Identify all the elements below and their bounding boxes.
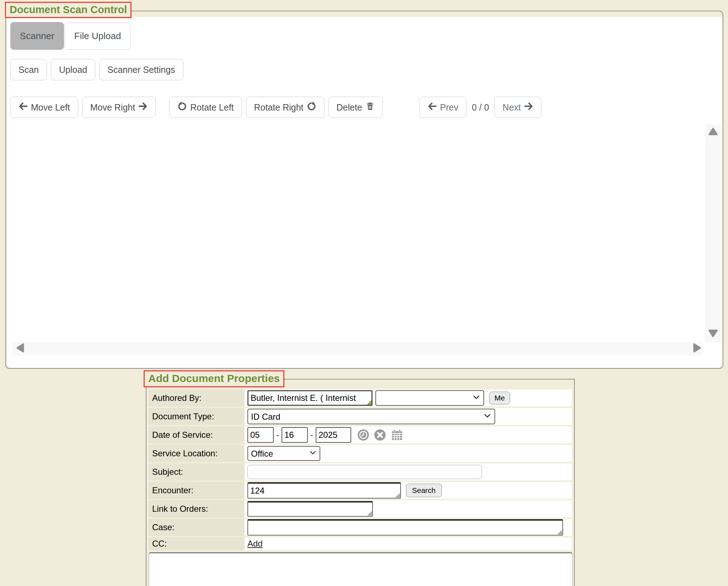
rotate-left-label: Rotate Left xyxy=(190,102,234,113)
subject-field xyxy=(245,463,572,480)
cc-label: CC: xyxy=(149,537,245,550)
tab-scanner[interactable]: Scanner xyxy=(10,22,64,50)
cc-add-link[interactable]: Add xyxy=(247,539,263,549)
scroll-up-icon[interactable] xyxy=(708,127,718,137)
encounter-input[interactable] xyxy=(247,482,401,499)
vertical-scrollbar[interactable] xyxy=(705,124,721,342)
case-row: Case: xyxy=(149,519,572,536)
scan-action-row: Scan Upload Scanner Settings xyxy=(10,59,722,80)
service-location-field: Office xyxy=(245,445,572,462)
scanner-settings-button[interactable]: Scanner Settings xyxy=(99,59,183,80)
service-location-label: Service Location: xyxy=(149,445,245,462)
authored-by-select[interactable] xyxy=(375,390,484,406)
case-input[interactable] xyxy=(247,519,563,536)
service-location-select[interactable]: Office xyxy=(247,446,320,461)
scroll-down-icon[interactable] xyxy=(708,329,718,339)
scan-control-content: Scanner File Upload Scan Upload Scanner … xyxy=(7,17,722,367)
authored-by-label: Authored By: xyxy=(149,389,245,407)
authored-by-input[interactable] xyxy=(247,390,373,406)
subject-row: Subject: xyxy=(149,463,572,480)
rotate-right-button[interactable]: Rotate Right xyxy=(246,97,325,118)
cc-row: CC: Add xyxy=(149,537,572,550)
date-separator: - xyxy=(310,430,313,440)
link-to-orders-label: Link to Orders: xyxy=(149,500,245,517)
trash-icon xyxy=(365,102,375,113)
document-type-select[interactable]: ID Card xyxy=(247,409,495,424)
scroll-left-icon[interactable] xyxy=(16,343,25,354)
tab-file-upload-label: File Upload xyxy=(74,31,121,42)
upload-button-label: Upload xyxy=(59,65,87,75)
authored-by-row: Authored By: Me xyxy=(149,389,572,407)
encounter-row: Encounter: Search xyxy=(149,482,572,499)
link-to-orders-field xyxy=(245,500,572,517)
scan-button-label: Scan xyxy=(18,65,39,75)
rotate-left-button[interactable]: Rotate Left xyxy=(169,97,242,118)
clear-date-x-icon[interactable] xyxy=(373,428,387,442)
prev-button[interactable]: Prev xyxy=(419,97,466,118)
tab-file-upload[interactable]: File Upload xyxy=(65,22,131,50)
tab-scanner-label: Scanner xyxy=(20,31,54,42)
move-right-button[interactable]: Move Right xyxy=(82,97,156,118)
delete-button[interactable]: Delete xyxy=(328,97,383,118)
subject-label: Subject: xyxy=(149,463,245,480)
encounter-field: Search xyxy=(245,482,572,499)
document-scan-control-title: Document Scan Control xyxy=(5,2,132,18)
clock-icon[interactable] xyxy=(357,428,370,442)
date-year-input[interactable] xyxy=(316,427,351,443)
document-type-row: Document Type: ID Card xyxy=(149,408,572,425)
encounter-label: Encounter: xyxy=(149,482,245,499)
document-scan-control-panel: Document Scan Control Scanner File Uploa… xyxy=(5,11,723,369)
notes-textarea[interactable] xyxy=(149,552,573,586)
date-separator: - xyxy=(276,430,279,440)
me-button[interactable]: Me xyxy=(489,392,510,404)
date-of-service-label: Date of Service: xyxy=(149,426,245,443)
prev-label: Prev xyxy=(440,102,458,113)
search-button[interactable]: Search xyxy=(406,484,442,497)
document-type-label: Document Type: xyxy=(149,408,245,425)
scroll-right-icon[interactable] xyxy=(693,343,701,354)
service-location-row: Service Location: Office xyxy=(149,445,572,462)
date-of-service-row: Date of Service: - - xyxy=(149,426,572,443)
rotate-left-icon xyxy=(177,102,187,113)
arrow-left-icon xyxy=(18,102,28,113)
link-to-orders-input[interactable] xyxy=(247,501,373,517)
upload-button[interactable]: Upload xyxy=(51,59,95,80)
prev-arrow-left-icon xyxy=(428,102,437,113)
scan-button[interactable]: Scan xyxy=(10,59,47,80)
move-right-label: Move Right xyxy=(90,102,135,113)
date-day-input[interactable] xyxy=(282,427,308,443)
rotate-right-label: Rotate Right xyxy=(254,102,304,113)
page-navigation: Prev 0 / 0 Next xyxy=(419,97,541,118)
move-left-button[interactable]: Move Left xyxy=(10,97,78,118)
horizontal-scrollbar[interactable] xyxy=(12,342,703,355)
date-month-input[interactable] xyxy=(247,427,274,443)
move-left-label: Move Left xyxy=(31,102,70,113)
cc-field: Add xyxy=(245,537,572,550)
calendar-icon[interactable] xyxy=(390,428,404,442)
arrow-right-icon xyxy=(138,102,148,113)
next-arrow-right-icon xyxy=(524,102,533,113)
subject-input[interactable] xyxy=(247,465,482,479)
case-label: Case: xyxy=(149,519,245,536)
next-button[interactable]: Next xyxy=(494,97,541,118)
scanner-settings-button-label: Scanner Settings xyxy=(107,65,175,75)
link-to-orders-row: Link to Orders: xyxy=(149,500,572,517)
add-document-properties-panel: Add Document Properties Authored By: Me … xyxy=(146,379,575,586)
delete-label: Delete xyxy=(337,102,362,113)
case-field xyxy=(245,519,572,536)
scan-tabs: Scanner File Upload xyxy=(10,22,722,50)
add-document-properties-title: Add Document Properties xyxy=(144,370,284,387)
date-of-service-field: - - xyxy=(245,426,572,443)
rotate-right-icon xyxy=(307,102,316,113)
authored-by-field: Me xyxy=(245,389,572,407)
page-counter: 0 / 0 xyxy=(472,102,489,113)
document-type-field: ID Card xyxy=(245,408,572,425)
page-toolbar: Move Left Move Right Rotate Left Rotate … xyxy=(10,97,722,118)
next-label: Next xyxy=(503,102,521,113)
